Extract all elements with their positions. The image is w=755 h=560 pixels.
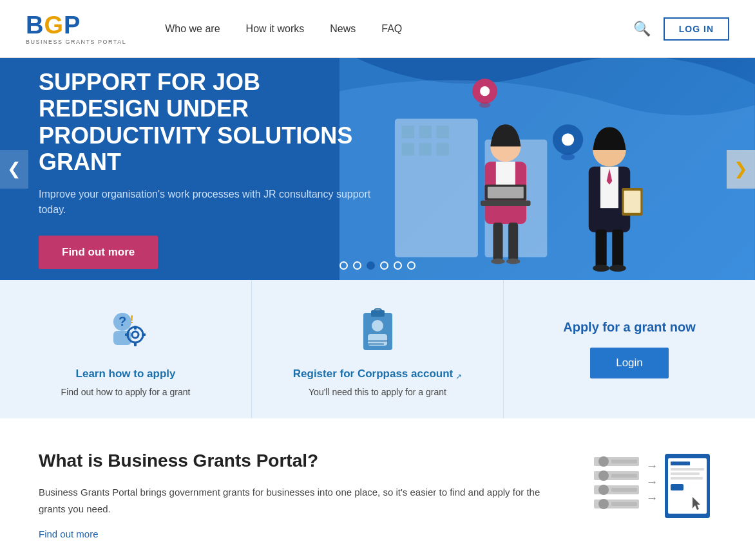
svg-point-61 <box>598 499 609 509</box>
svg-rect-27 <box>624 191 641 212</box>
dot-6[interactable] <box>407 261 416 270</box>
svg-rect-69 <box>671 468 704 471</box>
svg-point-47 <box>372 320 383 331</box>
dot-5[interactable] <box>394 261 402 270</box>
dot-2[interactable] <box>353 261 361 270</box>
svg-rect-20 <box>493 223 503 261</box>
hero-banner: ❮ SUPPORT FOR JOB REDESIGN UNDER PRODUCT… <box>0 58 755 280</box>
apply-title: Apply for a grant now <box>563 320 696 335</box>
svg-rect-71 <box>671 477 703 480</box>
svg-rect-41 <box>125 333 129 336</box>
svg-rect-19 <box>488 187 524 198</box>
what-desc: Business Grants Portal brings government… <box>39 484 549 517</box>
svg-rect-42 <box>142 333 146 336</box>
svg-rect-59 <box>611 488 637 492</box>
svg-rect-53 <box>611 460 637 463</box>
dot-3[interactable] <box>367 261 375 270</box>
svg-rect-3 <box>437 126 449 138</box>
banner-title: SUPPORT FOR JOB REDESIGN UNDER PRODUCTIV… <box>39 69 377 176</box>
svg-point-33 <box>506 259 520 265</box>
external-link-icon: ↗ <box>455 372 462 381</box>
login-action-button[interactable]: Login <box>590 348 669 378</box>
svg-point-52 <box>598 456 609 467</box>
chevron-right-icon: ❯ <box>734 159 748 179</box>
svg-text:→: → <box>646 492 658 505</box>
banner-content: SUPPORT FOR JOB REDESIGN UNDER PRODUCTIV… <box>0 58 416 280</box>
svg-point-9 <box>479 102 490 108</box>
banner-prev-button[interactable]: ❮ <box>0 150 28 189</box>
nav-how-it-works[interactable]: How it works <box>246 20 305 38</box>
dot-4[interactable] <box>380 261 388 270</box>
logo-text: BGP <box>26 13 81 37</box>
search-button[interactable]: 🔍 <box>633 21 651 37</box>
carousel-dots <box>339 261 416 270</box>
svg-text:→: → <box>646 476 658 489</box>
banner-next-button[interactable]: ❯ <box>727 150 755 189</box>
main-nav: Who we are How it works News FAQ <box>165 20 633 38</box>
svg-rect-21 <box>509 223 519 261</box>
svg-text:!: ! <box>130 314 133 325</box>
svg-text:?: ? <box>119 314 126 328</box>
dot-1[interactable] <box>339 261 348 270</box>
svg-rect-70 <box>671 472 700 475</box>
what-illustration: → → → <box>588 451 716 528</box>
learn-how-desc: Find out how to apply for a grant <box>61 386 191 399</box>
logo: BGP BUSINESS GRANTS PORTAL <box>26 13 126 45</box>
svg-rect-39 <box>134 326 137 330</box>
svg-text:→: → <box>646 460 658 472</box>
svg-rect-6 <box>437 143 449 155</box>
svg-rect-56 <box>611 474 637 478</box>
nav-faq[interactable]: FAQ <box>381 20 402 38</box>
chevron-left-icon: ❮ <box>7 159 21 179</box>
nav-news[interactable]: News <box>330 20 356 38</box>
svg-point-30 <box>593 265 610 272</box>
learn-icon: ? ! <box>100 304 151 356</box>
what-content: What is Business Grants Portal? Business… <box>39 451 549 540</box>
svg-point-31 <box>609 265 626 272</box>
svg-point-10 <box>480 86 490 96</box>
svg-rect-5 <box>419 143 432 155</box>
corppass-link[interactable]: Register for Corppass account <box>293 368 453 380</box>
svg-point-32 <box>492 259 505 265</box>
what-section: What is Business Grants Portal? Business… <box>0 418 755 560</box>
what-find-out-link[interactable]: Find out more <box>39 528 99 539</box>
learn-how-link[interactable]: Learn how to apply <box>76 368 176 380</box>
banner-subtitle: Improve your organisation's work process… <box>39 187 377 218</box>
svg-rect-72 <box>671 484 683 490</box>
find-out-more-button[interactable]: Find out more <box>39 236 158 269</box>
svg-rect-28 <box>596 230 607 268</box>
svg-rect-62 <box>611 502 637 506</box>
login-button[interactable]: LOG IN <box>664 17 729 41</box>
svg-rect-17 <box>481 200 531 206</box>
svg-point-58 <box>598 485 609 495</box>
card-corppass: Register for Corppass account ↗ You'll n… <box>252 280 504 418</box>
svg-rect-50 <box>368 343 384 345</box>
header-actions: 🔍 LOG IN <box>633 17 729 41</box>
nav-who-we-are[interactable]: Who we are <box>165 20 220 38</box>
svg-rect-2 <box>419 126 432 138</box>
card-learn-how: ? ! Learn how to apply Find out how to a… <box>0 280 252 418</box>
logo-tagline: BUSINESS GRANTS PORTAL <box>26 39 126 45</box>
cards-section: ? ! Learn how to apply Find out how to a… <box>0 280 755 418</box>
svg-rect-68 <box>671 462 690 465</box>
svg-point-12 <box>561 153 575 160</box>
svg-rect-49 <box>368 340 388 342</box>
card-apply: Apply for a grant now Login <box>504 280 755 418</box>
header: BGP BUSINESS GRANTS PORTAL Who we are Ho… <box>0 0 755 58</box>
corppass-desc: You'll need this to apply for a grant <box>309 386 446 399</box>
svg-point-13 <box>562 133 574 145</box>
svg-point-55 <box>598 471 609 481</box>
svg-rect-40 <box>134 342 137 346</box>
search-icon: 🔍 <box>633 21 651 37</box>
svg-rect-29 <box>613 230 624 268</box>
corppass-icon <box>352 304 403 356</box>
svg-point-38 <box>132 331 139 338</box>
what-title: What is Business Grants Portal? <box>39 451 549 471</box>
